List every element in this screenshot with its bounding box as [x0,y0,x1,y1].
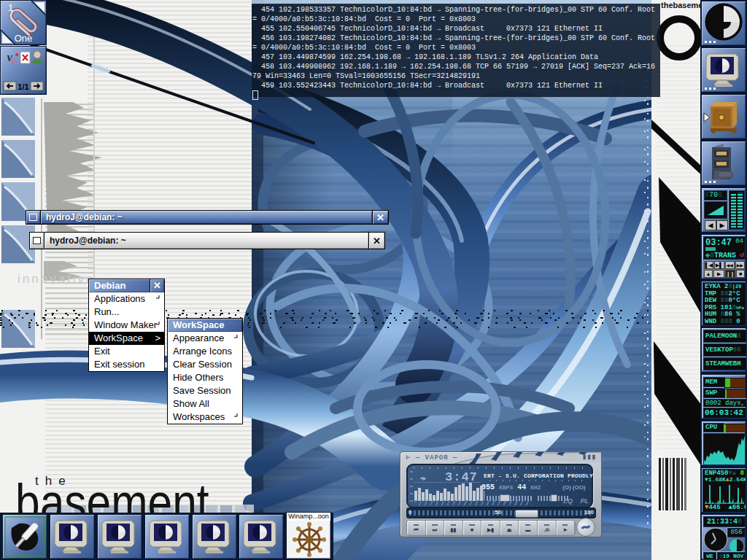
svg-text:1/1: 1/1 [18,82,28,91]
svg-text:One: One [15,33,33,44]
svg-text:1: 1 [8,2,13,13]
svg-text:c: c [12,56,16,65]
